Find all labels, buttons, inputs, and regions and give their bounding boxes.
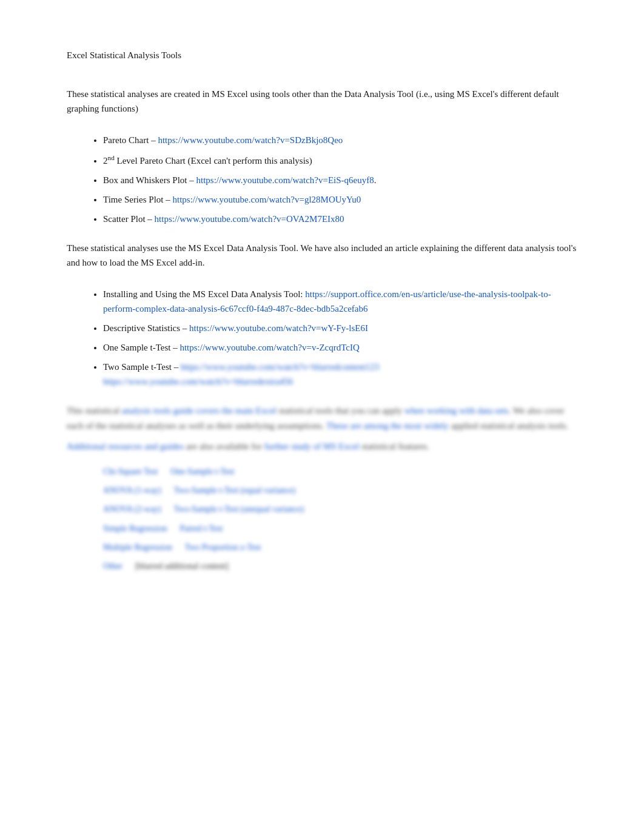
blurred-table-row-1: Chi-Square Test One-Sample t-Test [103, 464, 577, 479]
two-sample-link-2[interactable]: https://www.youtube.com/watch?v=blurrede… [103, 377, 293, 386]
blurred-link-5[interactable]: further study of MS Excel [264, 441, 360, 451]
blurred-table-link-7[interactable]: Simple Regression [103, 524, 167, 533]
blurred-table-link-9[interactable]: Multiple Regression [103, 543, 172, 552]
blurred-table-link-11[interactable]: Other [103, 562, 122, 571]
bullet-list-2: Installing and Using the MS Excel Data A… [103, 287, 577, 389]
blurred-table-link-4[interactable]: Two-Sample t-Test (equal variance) [174, 486, 296, 495]
blurred-link-4[interactable]: Additional resources and guides [67, 441, 184, 451]
blurred-link-1[interactable]: analysis tools guide covers the main Exc… [122, 406, 277, 415]
two-sample-link-1[interactable]: https://www.youtube.com/watch?v=blurredc… [181, 362, 379, 372]
pareto-chart-label: Pareto Chart – [103, 135, 158, 145]
one-sample-label: One Sample t-Test – [103, 343, 179, 352]
blurred-table-link-1[interactable]: Chi-Square Test [103, 467, 158, 476]
two-sample-extra-blurred: https://www.youtube.com/watch?v=blurrede… [91, 374, 577, 389]
list-item: Two Sample t-Test – https://www.youtube.… [103, 360, 577, 389]
blurred-link-2[interactable]: when working with data sets [404, 406, 509, 415]
scatter-plot-link[interactable]: https://www.youtube.com/watch?v=OVA2M7EI… [155, 214, 344, 224]
blurred-table-row-4: Simple Regression Paired t-Test [103, 521, 577, 536]
list-item: One Sample t-Test – https://www.youtube.… [103, 340, 577, 355]
blurred-table-link-8[interactable]: Paired t-Test [179, 524, 223, 533]
level2-pareto-label: 2nd Level Pareto Chart (Excel can't perf… [103, 156, 312, 166]
box-whiskers-link[interactable]: https://www.youtube.com/watch?v=EiS-q6eu… [196, 175, 374, 185]
bullet-list-1: Pareto Chart – https://www.youtube.com/w… [103, 133, 577, 226]
blurred-table-link-10[interactable]: Two Proportion z-Test [185, 543, 261, 552]
intro-paragraph-2: These statistical analyses use the MS Ex… [67, 241, 577, 270]
list-item: 2nd Level Pareto Chart (Excel can't perf… [103, 152, 577, 168]
blurred-table-row-2: ANOVA (1-way) Two-Sample t-Test (equal v… [103, 483, 577, 498]
list-item: Pareto Chart – https://www.youtube.com/w… [103, 133, 577, 147]
blurred-table-link-5[interactable]: ANOVA (2-way) [103, 505, 161, 514]
list-item: Time Series Plot – https://www.youtube.c… [103, 192, 577, 207]
time-series-link[interactable]: https://www.youtube.com/watch?v=gl28MOUy… [172, 195, 361, 204]
list-item: Installing and Using the MS Excel Data A… [103, 287, 577, 316]
blurred-table-link-3[interactable]: ANOVA (1-way) [103, 486, 161, 495]
blurred-paragraph-line1: This statistical analysis tools guide co… [67, 403, 577, 434]
pareto-chart-link[interactable]: https://www.youtube.com/watch?v=SDzBkjo8… [158, 135, 343, 145]
blurred-table-block: Chi-Square Test One-Sample t-Test ANOVA … [103, 464, 577, 574]
one-sample-link[interactable]: https://www.youtube.com/watch?v=v-ZcqrdT… [179, 343, 359, 352]
blurred-paragraph-line2: Additional resources and guides are also… [67, 439, 577, 455]
list-item: Scatter Plot – https://www.youtube.com/w… [103, 212, 577, 226]
blurred-table-row-3: ANOVA (2-way) Two-Sample t-Test (unequal… [103, 501, 577, 517]
time-series-label: Time Series Plot – [103, 195, 172, 204]
blurred-paragraph-block: This statistical analysis tools guide co… [67, 403, 577, 455]
page-title: Excel Statistical Analysis Tools [67, 49, 577, 62]
blurred-table-row-5: Multiple Regression Two Proportion z-Tes… [103, 540, 577, 555]
installing-label: Installing and Using the MS Excel Data A… [103, 289, 305, 299]
two-sample-blurred-link: https://www.youtube.com/watch?v=blurredc… [181, 362, 379, 372]
box-whiskers-label: Box and Whiskers Plot – [103, 175, 196, 185]
descriptive-stats-label: Descriptive Statistics – [103, 323, 189, 333]
intro-paragraph-1: These statistical analyses are created i… [67, 87, 577, 116]
blurred-table-link-6[interactable]: Two-Sample t-Test (unequal variance) [174, 505, 304, 514]
blurred-table-link-2[interactable]: One-Sample t-Test [170, 467, 234, 476]
blurred-table-row-6: Other [blurred additional content] [103, 558, 577, 574]
list-item: Box and Whiskers Plot – https://www.yout… [103, 173, 577, 187]
list-item: Descriptive Statistics – https://www.you… [103, 321, 577, 335]
scatter-plot-label: Scatter Plot – [103, 214, 155, 224]
descriptive-stats-link[interactable]: https://www.youtube.com/watch?v=wY-Fy-ls… [189, 323, 368, 333]
blurred-link-3[interactable]: These are among the most widely [326, 421, 449, 431]
blurred-table-cell-extra: [blurred additional content] [135, 562, 229, 571]
two-sample-label: Two Sample t-Test – [103, 362, 181, 372]
